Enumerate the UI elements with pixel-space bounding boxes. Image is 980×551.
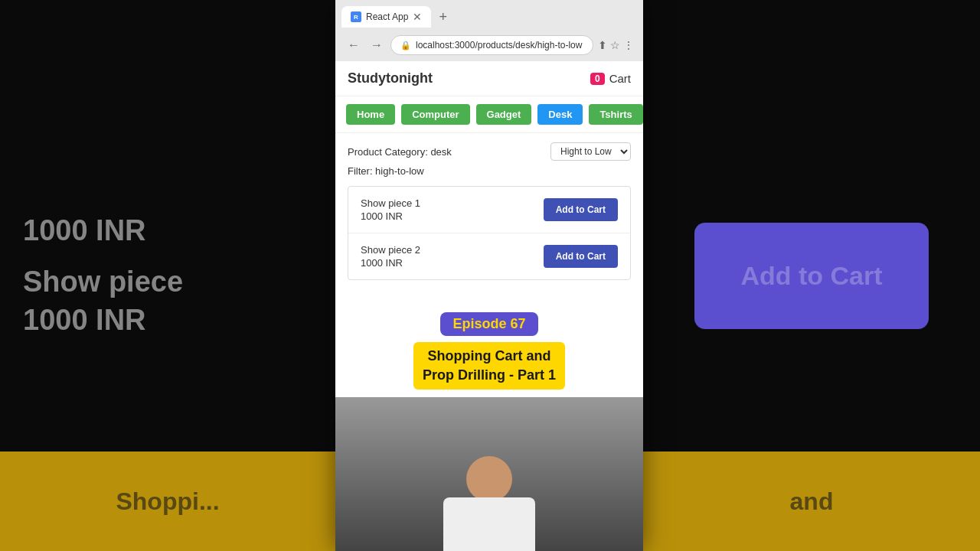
bookmark-btn[interactable]: ☆: [610, 39, 620, 51]
filter-row: Product Category: desk Hight to Low Low …: [348, 142, 631, 161]
screenshot-btn[interactable]: ⬆: [598, 39, 607, 51]
back-btn[interactable]: ←: [345, 37, 363, 54]
product-section: Product Category: desk Hight to Low Low …: [335, 133, 643, 289]
table-row: Show piece 2 1000 INR Add to Cart: [348, 233, 630, 279]
nav-home-btn[interactable]: Home: [346, 104, 395, 125]
bg-bottom-left-text: Shoppi...: [116, 487, 219, 516]
add-to-cart-btn-1[interactable]: Add to Cart: [544, 198, 618, 221]
app-logo: Studytonight: [348, 70, 433, 86]
new-tab-btn[interactable]: +: [434, 8, 452, 27]
nav-desk-btn[interactable]: Desk: [537, 104, 583, 125]
episode-badge: Episode 67: [440, 312, 537, 336]
nav-computer-btn[interactable]: Computer: [401, 104, 469, 125]
forward-btn[interactable]: →: [368, 37, 386, 54]
bg-bottom-right: and: [643, 452, 980, 551]
tab-favicon: R: [351, 11, 361, 22]
address-bar-row: ← → 🔒 localhost:3000/products/desk/high-…: [341, 32, 637, 61]
sort-select[interactable]: Hight to Low Low to High: [550, 142, 631, 161]
browser-window: R React App ✕ + ← → 🔒 localhost:3000/pro…: [335, 0, 643, 551]
address-bar[interactable]: 🔒 localhost:3000/products/desk/high-to-l…: [390, 35, 593, 55]
product-info-1: Show piece 1 1000 INR: [361, 197, 420, 222]
url-text: localhost:3000/products/desk/high-to-low: [416, 40, 582, 51]
bg-left-text1: 1000 INR: [23, 212, 146, 249]
product-name-1: Show piece 1: [361, 197, 420, 209]
extensions-btn[interactable]: ⋮: [623, 39, 634, 51]
app-header: Studytonight 0 Cart: [335, 61, 643, 96]
product-list: Show piece 1 1000 INR Add to Cart Show p…: [348, 186, 631, 280]
bg-add-to-cart-btn: Add to Cart: [694, 223, 928, 329]
active-tab[interactable]: R React App ✕: [341, 6, 431, 28]
app-content: Studytonight 0 Cart Home Computer Gadget…: [335, 61, 643, 551]
cart-label: Cart: [609, 72, 631, 85]
episode-title: Shopping Cart and Prop Drilling - Part 1: [413, 342, 565, 390]
nav-buttons: Home Computer Gadget Desk Tshirts: [335, 96, 643, 133]
browser-chrome: R React App ✕ + ← → 🔒 localhost:3000/pro…: [335, 0, 643, 61]
product-info-2: Show piece 2 1000 INR: [361, 244, 420, 269]
table-row: Show piece 1 1000 INR Add to Cart: [348, 187, 630, 233]
tab-bar: R React App ✕ +: [341, 6, 637, 28]
tab-title: React App: [366, 11, 408, 22]
bg-bottom-right-text: and: [790, 487, 834, 516]
bg-bottom-left: Shoppi...: [0, 452, 335, 551]
cart-badge: 0: [590, 73, 605, 85]
nav-tshirts-btn[interactable]: Tshirts: [589, 104, 642, 125]
address-actions: ⬆ ☆ ⋮: [598, 39, 634, 51]
product-name-2: Show piece 2: [361, 244, 420, 256]
product-price-1: 1000 INR: [361, 210, 420, 222]
nav-gadget-btn[interactable]: Gadget: [476, 104, 532, 125]
bg-left-text2: Home Show piece1000 INR: [23, 263, 183, 339]
video-area: [335, 397, 643, 551]
cart-area: 0 Cart: [590, 72, 631, 85]
episode-section: Episode 67 Shopping Cart and Prop Drilli…: [335, 289, 643, 390]
filter-label: Filter: high-to-low: [348, 165, 631, 177]
product-price-2: 1000 INR: [361, 257, 420, 269]
lock-icon: 🔒: [400, 41, 411, 51]
category-label: Product Category: desk: [348, 146, 452, 158]
add-to-cart-btn-2[interactable]: Add to Cart: [544, 245, 618, 268]
tab-close-btn[interactable]: ✕: [413, 11, 422, 23]
